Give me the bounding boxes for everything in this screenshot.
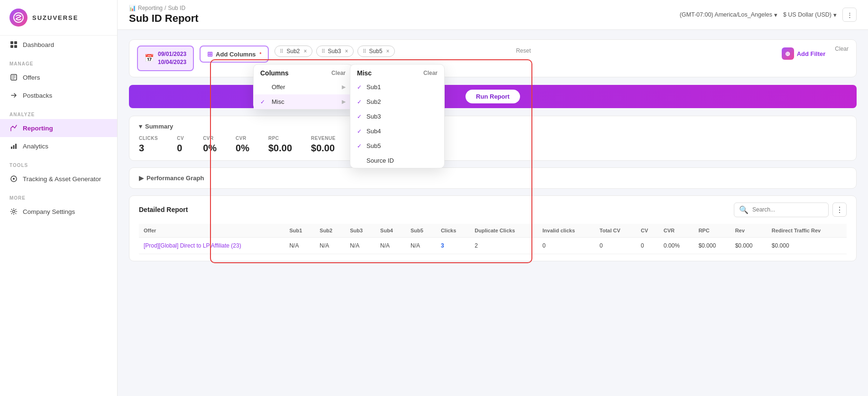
- col-dup-clicks: Duplicate Clicks: [470, 224, 538, 238]
- cell-redirect-rev: $0.000: [767, 237, 847, 254]
- topbar-more-button[interactable]: ⋮: [842, 8, 857, 22]
- drag-icon: ⠿: [363, 48, 366, 55]
- col-cv: CV: [636, 224, 659, 238]
- col-cvr: CVR: [659, 224, 694, 238]
- currency-label: $ US Dollar (USD): [783, 11, 831, 18]
- misc-dropdown[interactable]: Misc Clear ✓ Sub1 ✓ Sub2 ✓ Sub3 ✓ Sub4 ✓…: [350, 64, 445, 168]
- misc-dropdown-header: Misc Clear: [350, 64, 444, 80]
- misc-clear-button[interactable]: Clear: [423, 70, 438, 76]
- sidebar-item-analytics[interactable]: Analytics: [0, 137, 117, 155]
- add-columns-label: Add Columns: [216, 51, 256, 58]
- timezone-dropdown[interactable]: (GMT-07:00) America/Los_Angeles ▾: [680, 11, 777, 18]
- remove-tag-button[interactable]: ×: [386, 48, 390, 55]
- breadcrumb: 📊 Reporting / Sub ID: [129, 5, 199, 11]
- performance-graph-toggle[interactable]: ▶ Performance Graph: [139, 175, 847, 182]
- add-filter-label: Add Filter: [797, 50, 826, 57]
- metric-value: 3: [139, 143, 158, 154]
- metric-rpc: RPC $0.00: [268, 136, 292, 154]
- metric-label: CV: [177, 136, 184, 141]
- sidebar-item-label: Postbacks: [23, 92, 52, 99]
- chevron-right-icon: ▶: [139, 175, 144, 182]
- filter-tag-sub3[interactable]: ⠿ Sub3 ×: [316, 46, 354, 57]
- cell-invalid-clicks: 0: [538, 237, 595, 254]
- misc-item-source-id[interactable]: Source ID: [350, 153, 444, 168]
- summary-label: Summary: [145, 123, 173, 130]
- misc-item-sub2[interactable]: ✓ Sub2: [350, 94, 444, 109]
- columns-dropdown-header: Columns Clear: [254, 64, 352, 80]
- detailed-search-box[interactable]: 🔍: [734, 203, 829, 217]
- item-label: Sub2: [366, 98, 381, 105]
- sidebar-item-postbacks[interactable]: Postbacks: [0, 86, 117, 104]
- breadcrumb-current: Sub ID: [168, 5, 185, 11]
- col-clicks: Clicks: [436, 224, 470, 238]
- metric-value: $0.00: [268, 143, 292, 154]
- metric-value: $0.00: [311, 143, 336, 154]
- sidebar-item-reporting[interactable]: Reporting: [0, 119, 117, 137]
- svg-rect-1: [10, 41, 13, 44]
- columns-item-offer[interactable]: ✓ Offer ▶: [254, 80, 352, 94]
- cell-offer[interactable]: [Prod][Global] Direct to LP Affiliate (2…: [139, 237, 284, 254]
- tag-label: Sub2: [286, 48, 300, 55]
- item-label: Sub4: [366, 128, 381, 135]
- remove-tag-button[interactable]: ×: [345, 48, 348, 55]
- misc-item-sub1[interactable]: ✓ Sub1: [350, 80, 444, 94]
- breadcrumb-parent[interactable]: Reporting: [138, 5, 163, 11]
- item-label: Sub3: [366, 113, 381, 120]
- calendar-icon: 📅: [145, 54, 154, 63]
- currency-dropdown[interactable]: $ US Dollar (USD) ▾: [783, 11, 837, 18]
- summary-toggle[interactable]: ▾ Summary: [139, 123, 847, 130]
- cell-dup-clicks: 2: [470, 237, 538, 254]
- filter-tag-sub5[interactable]: ⠿ Sub5 ×: [357, 46, 395, 57]
- dashboard-icon: [9, 40, 18, 49]
- sidebar-item-dashboard[interactable]: Dashboard: [0, 36, 117, 54]
- columns-clear-button[interactable]: Clear: [331, 70, 346, 76]
- add-columns-button[interactable]: ⊞ Add Columns *: [200, 46, 269, 63]
- filter-tag-sub2[interactable]: ⠿ Sub2 ×: [274, 46, 312, 57]
- required-marker: *: [260, 52, 262, 57]
- cell-rpc: $0.000: [694, 237, 730, 254]
- chevron-down-icon: ▾: [833, 11, 837, 18]
- remove-tag-button[interactable]: ×: [304, 48, 307, 55]
- check-icon: ✓: [357, 84, 362, 91]
- metric-value: 0%: [236, 143, 249, 154]
- columns-dropdown[interactable]: Columns Clear ✓ Offer ▶ ✓ Misc ▶: [253, 64, 353, 110]
- misc-item-sub5[interactable]: ✓ Sub5: [350, 138, 444, 153]
- table-more-button[interactable]: ⋮: [832, 203, 847, 217]
- col-sub2: Sub2: [315, 224, 345, 238]
- svg-rect-4: [14, 45, 17, 48]
- sidebar-item-tracking[interactable]: Tracking & Asset Generator: [0, 170, 117, 188]
- add-filter-button[interactable]: ⊕ Add Filter: [778, 46, 830, 62]
- date-picker-button[interactable]: 📅 09/01/2023 10/04/2023: [137, 46, 194, 71]
- search-input[interactable]: [752, 206, 823, 213]
- reset-button[interactable]: Reset: [512, 46, 534, 56]
- metric-cvr-dup: CVR 0%: [203, 136, 217, 154]
- item-label: Offer: [272, 83, 285, 91]
- columns-icon: ⊞: [207, 50, 213, 58]
- col-sub3: Sub3: [345, 224, 375, 238]
- misc-dropdown-title: Misc: [357, 69, 372, 77]
- svg-point-11: [13, 211, 15, 213]
- cell-sub1: N/A: [284, 237, 315, 254]
- run-report-button[interactable]: Run Report: [466, 90, 520, 103]
- columns-item-misc[interactable]: ✓ Misc ▶: [254, 94, 352, 109]
- breadcrumb-icon: 📊: [129, 5, 136, 11]
- main-area: 📊 Reporting / Sub ID Sub ID Report (GMT-…: [118, 0, 868, 396]
- col-total-cv: Total CV: [595, 224, 636, 238]
- sidebar-item-label: Tracking & Asset Generator: [23, 175, 101, 183]
- col-offer: Offer: [139, 224, 284, 238]
- misc-item-sub4[interactable]: ✓ Sub4: [350, 124, 444, 138]
- item-label: Sub1: [366, 83, 381, 91]
- sidebar-item-company-settings[interactable]: Company Settings: [0, 203, 117, 221]
- cell-clicks[interactable]: 3: [436, 237, 470, 254]
- item-label: Misc: [272, 98, 284, 105]
- sidebar-item-offers[interactable]: Offers: [0, 68, 117, 86]
- clear-button[interactable]: Clear: [835, 46, 849, 52]
- check-icon: ✓: [357, 128, 362, 135]
- logo-icon: [9, 9, 27, 27]
- check-icon: ✓: [357, 113, 362, 120]
- col-invalid-clicks: Invalid clicks: [538, 224, 595, 238]
- arrow-icon: ▶: [342, 99, 346, 105]
- detailed-table: Offer Sub1 Sub2 Sub3 Sub4 Sub5 Clicks Du…: [139, 224, 847, 254]
- metric-clicks: CLICKS 3: [139, 136, 158, 154]
- misc-item-sub3[interactable]: ✓ Sub3: [350, 109, 444, 124]
